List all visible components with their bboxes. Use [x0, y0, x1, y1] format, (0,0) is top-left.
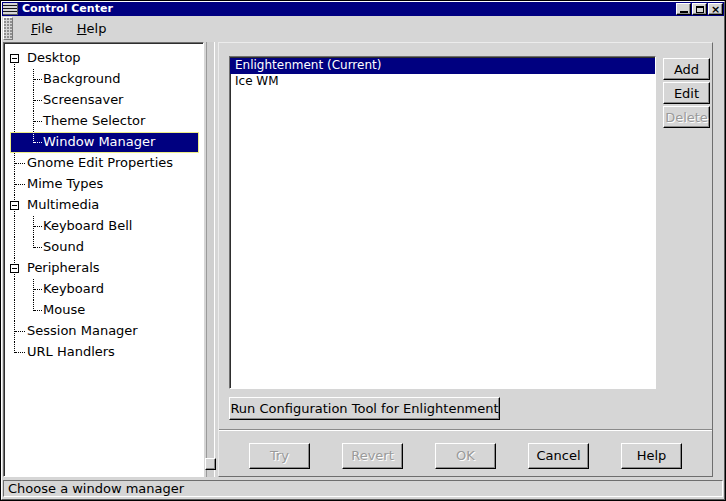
capplet-tree-panel: Desktop Background Screensaver Theme Sel…	[3, 42, 204, 477]
tree-line	[34, 142, 42, 143]
close-icon: ×	[711, 5, 720, 14]
titlebar[interactable]: Control Center ×	[2, 2, 724, 16]
tree-item-label: Peripherals	[27, 260, 100, 275]
menu-file[interactable]: File	[23, 18, 61, 39]
tree-item-label: Gnome Edit Properties	[27, 155, 173, 170]
delete-button: Delete	[663, 106, 710, 128]
capplet-tree: Desktop Background Screensaver Theme Sel…	[6, 45, 201, 474]
tree-line	[15, 184, 25, 185]
pane-resize-handle[interactable]	[205, 458, 216, 470]
tree-item-label: Session Manager	[27, 323, 138, 338]
tree-item-multimedia[interactable]: Multimedia	[6, 195, 201, 216]
tree-line	[14, 300, 15, 321]
run-config-tool-button[interactable]: Run Configuration Tool for Enlightenment	[229, 397, 500, 420]
tree-item-url-handlers[interactable]: URL Handlers	[6, 342, 201, 363]
minimize-icon	[680, 11, 688, 13]
collapse-expander-icon[interactable]	[10, 54, 19, 63]
tree-line	[34, 247, 42, 248]
edit-button[interactable]: Edit	[663, 82, 710, 104]
tree-line	[34, 121, 42, 122]
tree-item-label: Mouse	[43, 302, 85, 317]
tree-item-label: Mime Types	[27, 176, 103, 191]
action-area: Try Revert OK Cancel Help	[219, 442, 712, 469]
add-button[interactable]: Add	[663, 58, 710, 80]
tree-line	[34, 310, 42, 311]
window-title: Control Center	[22, 2, 113, 16]
tree-line	[14, 237, 15, 258]
wm-list-item-label: Enlightenment (Current)	[235, 58, 381, 72]
tree-line	[34, 79, 42, 80]
wm-list-item-enlightenment[interactable]: Enlightenment (Current)	[230, 58, 655, 74]
tree-item-label: Screensaver	[43, 92, 123, 107]
wm-list-item-icewm[interactable]: Ice WM	[230, 74, 655, 90]
tree-line	[14, 69, 15, 90]
tree-item-label: URL Handlers	[27, 344, 115, 359]
tree-item-theme-selector[interactable]: Theme Selector	[6, 111, 201, 132]
pane-divider-channel	[206, 42, 215, 477]
tree-item-desktop[interactable]: Desktop	[6, 48, 201, 69]
tree-line	[34, 289, 42, 290]
tree-line	[14, 279, 15, 300]
action-area-separator	[219, 429, 712, 431]
status-text: Choose a window manager	[3, 480, 723, 497]
tree-line	[15, 331, 25, 332]
tree-item-screensaver[interactable]: Screensaver	[6, 90, 201, 111]
revert-button: Revert	[342, 443, 403, 469]
tree-item-label: Theme Selector	[43, 113, 145, 128]
window-manager-capplet: Enlightenment (Current) Ice WM Add Edit …	[218, 42, 713, 477]
tree-item-label: Window Manager	[43, 134, 155, 149]
maximize-button[interactable]	[692, 3, 707, 15]
cancel-button[interactable]: Cancel	[528, 443, 589, 469]
tree-line	[34, 100, 42, 101]
tree-item-sound[interactable]: Sound	[6, 237, 201, 258]
tree-item-window-manager[interactable]: Window Manager	[6, 132, 201, 153]
tree-line	[14, 111, 15, 132]
tree-item-label: Multimedia	[27, 197, 99, 212]
collapse-expander-icon[interactable]	[10, 201, 19, 210]
tree-item-session-manager[interactable]: Session Manager	[6, 321, 201, 342]
tree-item-label: Sound	[43, 239, 84, 254]
tree-line	[15, 352, 25, 353]
maximize-icon	[696, 6, 704, 13]
menubar-drag-handle-icon[interactable]	[3, 17, 13, 40]
menu-help[interactable]: Help	[69, 18, 115, 39]
tree-line	[15, 163, 25, 164]
tree-line	[14, 216, 15, 237]
tree-item-label: Desktop	[27, 50, 81, 65]
tree-item-peripherals[interactable]: Peripherals	[6, 258, 201, 279]
collapse-expander-icon[interactable]	[10, 264, 19, 273]
help-button[interactable]: Help	[621, 443, 682, 469]
statusbar: Choose a window manager	[2, 479, 724, 499]
window-menu-icon[interactable]	[3, 3, 18, 15]
tree-item-mouse[interactable]: Mouse	[6, 300, 201, 321]
tree-item-label: Keyboard Bell	[43, 218, 132, 233]
tree-item-label: Background	[43, 71, 121, 86]
tree-item-keyboard-bell[interactable]: Keyboard Bell	[6, 216, 201, 237]
close-button[interactable]: ×	[708, 3, 723, 15]
tree-item-background[interactable]: Background	[6, 69, 201, 90]
tree-line	[34, 226, 42, 227]
tree-item-gnome-edit-properties[interactable]: Gnome Edit Properties	[6, 153, 201, 174]
minimize-button[interactable]	[676, 3, 691, 15]
try-button: Try	[249, 443, 310, 469]
tree-item-mime-types[interactable]: Mime Types	[6, 174, 201, 195]
menubar: File Help	[2, 16, 724, 41]
tree-item-keyboard[interactable]: Keyboard	[6, 279, 201, 300]
tree-line	[14, 90, 15, 111]
wm-list[interactable]: Enlightenment (Current) Ice WM	[229, 56, 656, 389]
ok-button: OK	[435, 443, 496, 469]
pane-divider[interactable]	[204, 42, 218, 477]
tree-item-label: Keyboard	[43, 281, 104, 296]
wm-list-item-label: Ice WM	[235, 74, 279, 88]
